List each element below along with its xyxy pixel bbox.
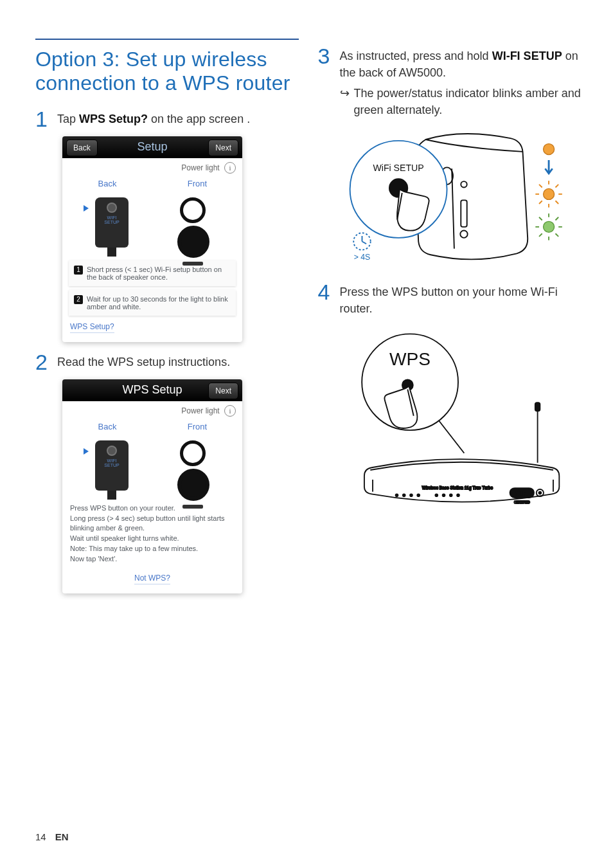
app2-device-row: WIFI SETUP bbox=[62, 437, 242, 500]
sub-bullet-arrow-icon: ↪ bbox=[340, 85, 354, 118]
app1-instr1-text: Short press (< 1 sec) Wi-Fi setup button… bbox=[87, 266, 231, 281]
speaker-front-icon bbox=[177, 440, 208, 491]
step-1: 1 Tap WPS Setup? on the app screen . bbox=[35, 111, 299, 130]
step-1-post: on the app screen . bbox=[148, 113, 250, 125]
svg-line-13 bbox=[538, 185, 542, 188]
svg-line-23 bbox=[555, 217, 558, 221]
svg-line-16 bbox=[555, 201, 558, 204]
app1-device-row: WIFI SETUP bbox=[62, 194, 242, 257]
svg-point-36 bbox=[442, 494, 445, 496]
app2-device-front bbox=[172, 440, 213, 491]
svg-point-35 bbox=[435, 494, 438, 496]
app2-tab-back[interactable]: Back bbox=[62, 419, 152, 437]
app1-next-button[interactable]: Next bbox=[208, 140, 238, 156]
wifi-setup-illustration: WiFi SETUP > 4S bbox=[344, 129, 562, 268]
app1-instr2-text: Wait for up to 30 seconds for the light … bbox=[87, 295, 231, 311]
fig2-router-label: Wireless Base Station 11g True Turbo bbox=[422, 485, 493, 491]
step-3-bold: WI-FI SETUP bbox=[492, 50, 562, 62]
app1-device-back: WIFI SETUP bbox=[91, 197, 132, 248]
step-3-sub: ↪ The power/status indicator blinks ambe… bbox=[340, 85, 582, 118]
step-1-pre: Tap bbox=[57, 113, 79, 125]
svg-point-31 bbox=[395, 494, 398, 496]
step-3-sub-text: The power/status indicator blinks amber … bbox=[354, 85, 582, 118]
app1-wps-setup-link[interactable]: WPS Setup? bbox=[70, 322, 114, 333]
app1-power-light-row: Power light i bbox=[62, 158, 242, 176]
timer-icon bbox=[353, 233, 370, 250]
page-lang: EN bbox=[55, 831, 69, 842]
svg-line-25 bbox=[555, 234, 558, 237]
step-2-number: 2 bbox=[35, 351, 57, 373]
arrow-down-icon bbox=[545, 160, 552, 174]
app2-header: WPS Setup Next bbox=[62, 379, 242, 401]
app2-speaker-lbl: WIFI SETUP bbox=[95, 458, 129, 468]
led-blink-amber-icon bbox=[535, 181, 562, 208]
wifi-setup-dot-icon bbox=[108, 447, 116, 455]
svg-line-15 bbox=[538, 201, 542, 204]
app1-instr1: 1 Short press (< 1 sec) Wi-Fi setup butt… bbox=[69, 260, 236, 286]
svg-line-22 bbox=[538, 217, 542, 221]
app1-instr2: 2 Wait for up to 30 seconds for the ligh… bbox=[69, 290, 236, 316]
step-3-number: 3 bbox=[318, 45, 340, 67]
step-4-text: Press the WPS button on your home Wi-Fi … bbox=[340, 284, 582, 317]
step-1-number: 1 bbox=[35, 108, 57, 130]
svg-point-37 bbox=[449, 494, 452, 496]
app1-title: Setup bbox=[137, 140, 167, 154]
router-illustration: WPS bbox=[344, 328, 573, 527]
app2-not-wps-link[interactable]: Not WPS? bbox=[134, 574, 170, 584]
app2-power-light-label: Power light bbox=[181, 406, 219, 415]
app2-paragraph: Press WPS button on your router. Long pr… bbox=[62, 500, 242, 572]
page-footer: 14 EN bbox=[35, 831, 69, 842]
step-4-number: 4 bbox=[318, 281, 340, 303]
app2-tab-front[interactable]: Front bbox=[152, 419, 242, 437]
step-3-text: As instructed, press and hold WI-FI SETU… bbox=[340, 48, 582, 118]
app1-back-button[interactable]: Back bbox=[66, 140, 98, 156]
step-4: 4 Press the WPS button on your home Wi-F… bbox=[318, 284, 582, 317]
section-rule bbox=[35, 39, 299, 40]
speaker-back-icon: WIFI SETUP bbox=[95, 440, 129, 491]
app-screenshot-setup: Back Setup Next Power light i Back Front bbox=[62, 136, 242, 342]
led-blink-green-icon bbox=[535, 213, 562, 240]
app1-tab-front[interactable]: Front bbox=[152, 176, 242, 194]
svg-point-4 bbox=[460, 231, 467, 238]
app2-tabs: Back Front bbox=[62, 419, 242, 437]
page-number: 14 bbox=[35, 831, 46, 842]
svg-point-32 bbox=[402, 494, 405, 496]
svg-rect-3 bbox=[461, 201, 466, 228]
svg-point-38 bbox=[457, 494, 459, 496]
app2-device-back: WIFI SETUP bbox=[91, 440, 132, 491]
svg-line-24 bbox=[538, 234, 542, 237]
fig2-cert: CERTIFIED bbox=[513, 501, 529, 504]
wifi-setup-dot-icon bbox=[108, 204, 116, 212]
app1-tab-back[interactable]: Back bbox=[62, 176, 152, 194]
app1-instr2-badge: 2 bbox=[74, 295, 83, 304]
arrow-icon bbox=[84, 205, 89, 212]
app1-power-light-label: Power light bbox=[181, 163, 219, 172]
section-title: Option 3: Set up wireless connection to … bbox=[35, 48, 299, 95]
step-1-text: Tap WPS Setup? on the app screen . bbox=[57, 111, 250, 127]
step-2-text: Read the WPS setup instructions. bbox=[57, 354, 230, 370]
app1-device-front bbox=[172, 197, 213, 248]
fig1-timer: > 4S bbox=[353, 253, 370, 262]
app1-instr1-badge: 1 bbox=[74, 266, 83, 275]
svg-point-7 bbox=[543, 144, 554, 155]
svg-point-2 bbox=[461, 181, 466, 187]
app1-tabs: Back Front bbox=[62, 176, 242, 194]
step-3-pre: As instructed, press and hold bbox=[340, 50, 492, 62]
step-2: 2 Read the WPS setup instructions. bbox=[35, 354, 299, 373]
svg-point-41 bbox=[538, 491, 541, 494]
fig2-bubble: WPS bbox=[389, 349, 431, 369]
app2-title: WPS Setup bbox=[122, 383, 182, 397]
fig1-callout: WiFi SETUP bbox=[373, 163, 423, 173]
fig2-wifi-badge: WIFI bbox=[516, 490, 528, 496]
info-icon[interactable]: i bbox=[224, 405, 236, 417]
svg-point-34 bbox=[417, 494, 420, 496]
app2-next-button[interactable]: Next bbox=[208, 383, 238, 399]
app1-header: Back Setup Next bbox=[62, 136, 242, 158]
info-icon[interactable]: i bbox=[224, 162, 236, 174]
svg-rect-28 bbox=[535, 402, 539, 411]
app2-power-light-row: Power light i bbox=[62, 401, 242, 419]
app1-speaker-lbl: WIFI SETUP bbox=[95, 215, 129, 225]
step-3: 3 As instructed, press and hold WI-FI SE… bbox=[318, 48, 582, 118]
app-screenshot-wps: WPS Setup Next Power light i Back Front bbox=[62, 379, 242, 594]
figure-wifi-setup: WiFi SETUP > 4S bbox=[344, 129, 562, 268]
